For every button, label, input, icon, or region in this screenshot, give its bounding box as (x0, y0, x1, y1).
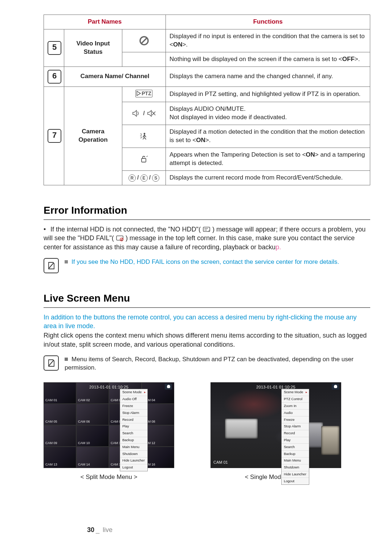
split-caption: < Split Mode Menu > (44, 473, 174, 482)
split-grid-cell: CAM 06 (76, 404, 109, 425)
context-menu-item[interactable]: Search (282, 444, 309, 451)
context-menu-item[interactable]: Scene Mode (282, 389, 309, 396)
context-menu-item[interactable]: Play (120, 423, 147, 430)
split-grid-cell: CAM 10 (76, 425, 109, 447)
context-menu-item[interactable]: Record (120, 416, 147, 423)
live-menu-heading: Live Screen Menu (44, 291, 370, 308)
row6-func: Displays the camera name and the changed… (166, 67, 370, 86)
split-grid-cell: CAM 14 (76, 447, 109, 468)
context-menu-item[interactable]: Scene Mode (120, 389, 147, 396)
context-menu-item[interactable]: Shutdown (282, 464, 309, 471)
context-menu-item[interactable]: Main Menu (120, 444, 147, 451)
context-menu-item[interactable]: Record (282, 430, 309, 437)
error-note-text: If you see the No HDD, HDD FAIL icons on… (65, 258, 370, 266)
number-badge-7: 7 (48, 129, 61, 143)
cam-label: CAM 05 (45, 419, 57, 424)
row7-func-ptz: Displayed in PTZ setting, and highlighte… (166, 86, 370, 102)
split-mode-screenshot: CAM 01CAM 02CAM 03CAM 04CAM 05CAM 06CAM … (44, 382, 174, 468)
cam-label: CAM 09 (45, 441, 57, 445)
cam-label: CAM 14 (78, 462, 90, 467)
split-grid-cell: CAM 09 (44, 425, 76, 447)
row5-name: Video Input Status (64, 29, 122, 67)
live-menu-note: Menu items of Search, Record, Backup, Sh… (44, 355, 370, 372)
row5-func-b: Nothing will be displayed on the screen … (166, 52, 370, 67)
motion-icon (122, 125, 166, 148)
parts-functions-table: Part Names Functions 5 Video Input Statu… (44, 15, 370, 185)
context-menu-item[interactable]: Main Menu (282, 458, 309, 464)
cam-label: CAM 06 (78, 419, 90, 424)
context-menu-item[interactable]: Stop Alarm (120, 410, 147, 416)
row7-func-motion: Displayed if a motion detected in the co… (166, 125, 370, 148)
header-part-names: Part Names (44, 15, 166, 29)
context-menu-item[interactable]: Freeze (282, 416, 309, 423)
context-menu-item[interactable]: Logout (120, 464, 147, 471)
context-menu-item[interactable]: Stop Alarm (282, 423, 309, 430)
audio-icon: / (122, 102, 166, 125)
context-menu-item[interactable]: Freeze (120, 403, 147, 410)
context-menu-item[interactable]: Audio Off (120, 396, 147, 403)
row6-badge: 6 (44, 67, 64, 86)
context-menu-item[interactable]: Audio (282, 410, 309, 416)
svg-text:⊘: ⊘ (208, 230, 210, 232)
row7-func-audio: Displays AUDIO ON/MUTE. Not displayed in… (166, 102, 370, 125)
row7-badge: 7 (44, 86, 64, 185)
context-menu-item[interactable]: Hide Launcher (282, 471, 309, 478)
cam-label: CAM 02 (78, 398, 90, 402)
no-video-icon (122, 29, 166, 52)
single-cam-label: CAM 01 (213, 460, 228, 465)
context-menu-item[interactable]: Backup (282, 451, 309, 458)
note-icon (44, 355, 59, 371)
single-caption: < Single Mode Menu > (211, 473, 341, 482)
context-menu-item[interactable]: Logout (282, 478, 309, 484)
svg-rect-5 (142, 158, 146, 162)
error-info-heading: Error Information (44, 204, 370, 220)
cam-label: CAM 01 (45, 398, 57, 402)
live-menu-intro-blue: In addition to the buttons the remote co… (44, 313, 370, 331)
row6-name: Camera Name/ Channel (64, 67, 166, 86)
split-grid-cell: CAM 13 (44, 447, 76, 468)
note-icon (44, 258, 59, 273)
single-mode-screenshot: 2013-01-01 01:10:25 CAM 01 Scene ModePTZ… (211, 382, 341, 468)
split-context-menu: Scene ModeAudio OffFreezeStop AlarmRecor… (120, 389, 148, 471)
ptz-icon: PTZ (122, 86, 166, 102)
row7-func-res: Displays the current record mode from Re… (166, 170, 370, 185)
single-context-menu: Scene ModePTZ ControlZoom InAudioFreezeS… (281, 389, 309, 485)
header-functions: Functions (166, 15, 370, 29)
tamper-icon (122, 148, 166, 170)
context-menu-item[interactable]: PTZ Control (282, 396, 309, 403)
cam-label: CAM 10 (78, 441, 90, 445)
row5-badge: 5 (44, 29, 64, 67)
user-icon (165, 384, 172, 390)
page-footer: 30_ live (87, 525, 113, 534)
context-menu-item[interactable]: Backup (120, 437, 147, 444)
svg-point-4 (143, 133, 145, 135)
number-badge-5: 5 (48, 41, 61, 55)
row5-blank-icon (122, 52, 166, 67)
user-icon (332, 384, 339, 390)
split-grid-cell: CAM 05 (44, 404, 76, 425)
svg-line-1 (141, 38, 147, 44)
context-menu-item[interactable]: Zoom In (282, 403, 309, 410)
live-menu-note-text: Menu items of Search, Record, Backup, Sh… (65, 355, 370, 372)
context-menu-item[interactable]: Shutdown (120, 451, 147, 458)
split-grid-cell: CAM 01 (44, 382, 76, 404)
context-menu-item[interactable]: Hide Launcher (120, 458, 147, 464)
context-menu-item[interactable]: Play (282, 437, 309, 444)
cam-label: CAM 13 (45, 462, 57, 467)
record-mode-icon: R / E / S (122, 170, 166, 185)
number-badge-6: 6 (48, 70, 61, 84)
row7-name: Camera Operation (64, 86, 122, 185)
error-info-paragraph: • If the internal HDD is not connected, … (44, 225, 370, 251)
context-menu-item[interactable]: Search (120, 430, 147, 437)
live-menu-intro-body: Right click opens the context menu which… (44, 331, 370, 349)
row5-func-a: Displayed if no input is entered in the … (166, 29, 370, 52)
error-note: If you see the No HDD, HDD FAIL icons on… (44, 258, 370, 273)
row7-func-tamper: Appears when the Tampering Detection is … (166, 148, 370, 170)
